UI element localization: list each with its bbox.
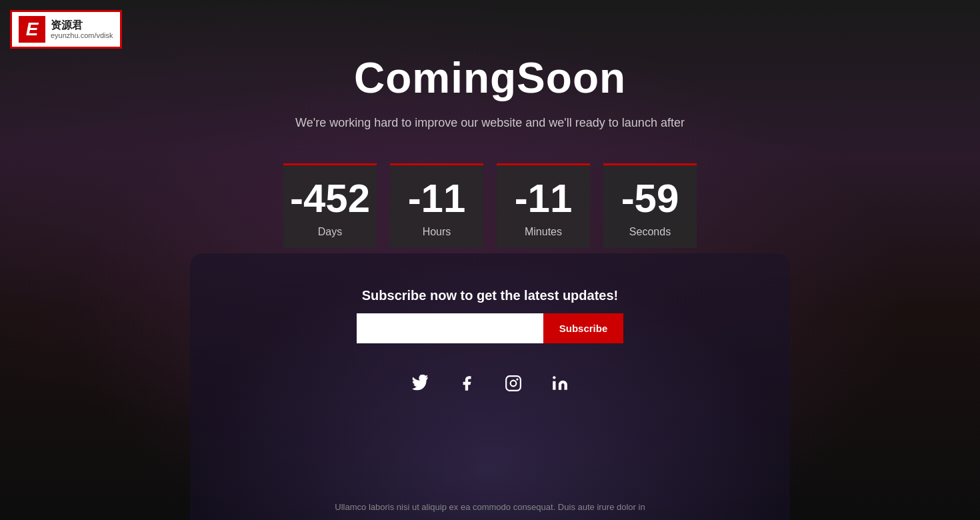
- logo-title: 资源君: [51, 19, 113, 31]
- page-title: ComingSoon: [354, 53, 626, 103]
- svg-rect-0: [506, 376, 521, 391]
- email-input[interactable]: [357, 313, 543, 343]
- countdown-hours: -11 Hours: [390, 163, 483, 248]
- seconds-value: -59: [621, 177, 679, 221]
- hours-label: Hours: [423, 226, 451, 238]
- logo: E 资源君 eyunzhu.com/vdisk: [10, 10, 122, 49]
- twitter-icon[interactable]: [407, 370, 433, 397]
- svg-rect-3: [553, 381, 555, 390]
- logo-letter: E: [19, 16, 45, 43]
- logo-text: 资源君 eyunzhu.com/vdisk: [51, 19, 113, 40]
- subscribe-form: Subscribe: [357, 313, 624, 343]
- main-content: ComingSoon We're working hard to improve…: [0, 0, 980, 397]
- svg-point-2: [516, 378, 518, 380]
- subscribe-section: Subscribe now to get the latest updates!…: [357, 288, 624, 343]
- days-label: Days: [318, 226, 342, 238]
- instagram-icon[interactable]: [500, 370, 527, 397]
- hours-value: -11: [408, 177, 466, 221]
- svg-point-4: [553, 376, 555, 379]
- subscribe-title: Subscribe now to get the latest updates!: [362, 288, 619, 303]
- footer-text: Ullamco laboris nisi ut aliquip ex ea co…: [257, 501, 723, 514]
- logo-url: eyunzhu.com/vdisk: [51, 31, 113, 40]
- seconds-label: Seconds: [629, 226, 671, 238]
- countdown-days: -452 Days: [283, 163, 377, 248]
- minutes-value: -11: [515, 177, 573, 221]
- minutes-label: Minutes: [525, 226, 562, 238]
- countdown-minutes: -11 Minutes: [497, 163, 590, 248]
- countdown: -452 Days -11 Hours -11 Minutes -59 Seco…: [283, 163, 697, 248]
- subscribe-button[interactable]: Subscribe: [543, 313, 624, 343]
- linkedin-icon[interactable]: [547, 370, 573, 397]
- social-icons: [407, 370, 573, 397]
- svg-point-1: [511, 381, 517, 387]
- countdown-seconds: -59 Seconds: [603, 163, 697, 248]
- facebook-icon[interactable]: [453, 370, 480, 397]
- days-value: -452: [290, 177, 370, 221]
- subtitle: We're working hard to improve our websit…: [295, 116, 685, 130]
